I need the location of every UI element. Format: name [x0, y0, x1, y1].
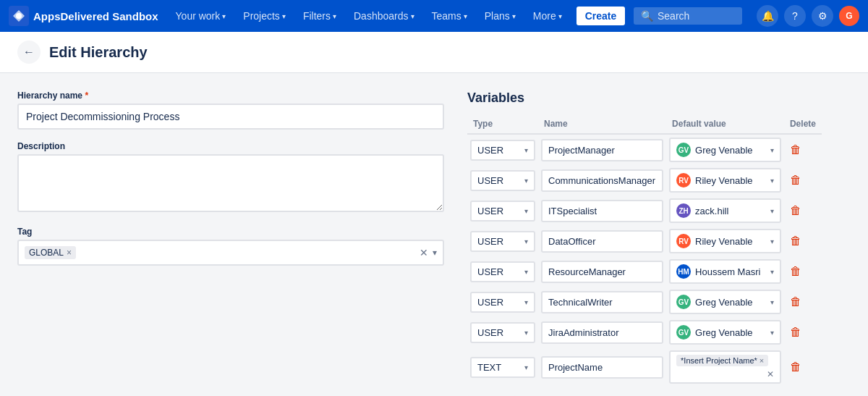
tag-clear-button[interactable]: ✕ [420, 247, 428, 258]
chevron-down-icon: ▾ [770, 298, 774, 306]
delete-button[interactable]: 🗑 [787, 323, 804, 342]
delete-cell: 🗑 [784, 347, 822, 387]
tag-field[interactable]: GLOBAL × ✕ ▾ [17, 240, 444, 266]
variables-table: Type Name Default value Delete USER ▾ GV… [467, 114, 822, 387]
search-bar[interactable]: 🔍 Search [634, 7, 742, 25]
delete-button[interactable]: 🗑 [787, 262, 804, 281]
trash-icon: 🗑 [790, 143, 801, 156]
help-button[interactable]: ? [784, 5, 806, 27]
name-input[interactable] [541, 261, 663, 283]
trash-icon: 🗑 [790, 265, 801, 278]
gear-icon: ⚙ [818, 10, 827, 22]
create-button[interactable]: Create [576, 7, 626, 25]
chevron-down-icon: ▾ [333, 12, 336, 20]
clear-icon[interactable]: ✕ [767, 369, 774, 379]
app-logo[interactable]: AppsDelivered Sandbox [9, 6, 158, 26]
default-value-cell: RV Riley Venable ▾ [666, 226, 784, 256]
default-value-label: Greg Venable [695, 145, 753, 156]
default-value-select[interactable]: GV Greg Venable ▾ [669, 138, 781, 162]
settings-button[interactable]: ⚙ [812, 5, 833, 27]
delete-cell: 🗑 [784, 165, 822, 195]
hierarchy-name-input[interactable] [17, 104, 444, 130]
page-title: Edit Hierarchy [49, 44, 148, 61]
default-value-select[interactable]: ZH zack.hill ▾ [669, 198, 781, 223]
delete-cell: 🗑 [784, 195, 822, 226]
chevron-down-icon: ▾ [770, 329, 774, 337]
back-button[interactable]: ← [17, 41, 41, 64]
name-cell [538, 317, 666, 347]
default-value-label: Greg Venable [695, 327, 753, 338]
type-select[interactable]: USER ▾ [470, 261, 535, 282]
nav-your-work[interactable]: Your work ▾ [170, 7, 232, 25]
type-select[interactable]: USER ▾ [470, 292, 535, 313]
type-select[interactable]: USER ▾ [470, 170, 535, 191]
nav-projects[interactable]: Projects ▾ [237, 7, 292, 25]
delete-button[interactable]: 🗑 [787, 232, 804, 250]
user-avatar-mini: HM [676, 264, 691, 279]
user-avatar-mini: GV [676, 143, 691, 157]
name-input[interactable] [541, 200, 663, 222]
col-name: Name [538, 114, 666, 134]
navbar: AppsDelivered Sandbox Your work ▾ Projec… [0, 0, 868, 32]
nav-more[interactable]: More ▾ [527, 7, 568, 25]
description-group: Description [17, 141, 444, 215]
table-row: USER ▾ ZH zack.hill ▾ 🗑 [467, 195, 822, 226]
notifications-button[interactable]: 🔔 [757, 5, 778, 27]
default-value-label: Riley Venable [695, 175, 753, 186]
col-delete: Delete [784, 114, 822, 134]
table-row: USER ▾ RV Riley Venable ▾ 🗑 [467, 226, 822, 256]
col-default-value: Default value [666, 114, 784, 134]
chevron-down-icon: ▾ [222, 12, 226, 20]
user-avatar[interactable]: G [839, 6, 859, 26]
default-value-select[interactable]: HM Houssem Masri ▾ [669, 259, 781, 284]
tag-chip-global: GLOBAL × [25, 246, 76, 259]
name-cell [538, 195, 666, 226]
type-select[interactable]: USER ▾ [470, 140, 535, 161]
delete-button[interactable]: 🗑 [787, 292, 804, 311]
default-value-select[interactable]: GV Greg Venable ▾ [669, 290, 781, 314]
type-select[interactable]: TEXT ▾ [470, 357, 535, 378]
type-select[interactable]: USER ▾ [470, 231, 535, 252]
trash-icon: 🗑 [790, 295, 801, 308]
name-input[interactable] [541, 321, 663, 344]
chevron-down-icon: ▾ [524, 207, 528, 215]
name-input[interactable] [541, 230, 663, 253]
description-input[interactable] [17, 154, 444, 212]
default-value-select[interactable]: RV Riley Venable ▾ [669, 168, 781, 193]
chevron-down-icon: ▾ [411, 12, 414, 20]
name-cell [538, 287, 666, 317]
tag-chip-close-icon[interactable]: × [67, 248, 72, 258]
text-value-chip: *Insert Project Name* × [676, 355, 768, 366]
default-value-cell: GV Greg Venable ▾ [666, 317, 784, 347]
delete-button[interactable]: 🗑 [787, 358, 804, 376]
delete-button[interactable]: 🗑 [787, 201, 804, 220]
tag-group: Tag GLOBAL × ✕ ▾ [17, 227, 444, 266]
trash-icon: 🗑 [790, 361, 801, 374]
name-input[interactable] [541, 356, 663, 379]
delete-button[interactable]: 🗑 [787, 171, 804, 190]
text-value-field[interactable]: *Insert Project Name* × ✕ [669, 350, 781, 384]
delete-button[interactable]: 🗑 [787, 140, 804, 159]
chip-close-icon[interactable]: × [760, 356, 764, 365]
required-indicator: * [85, 90, 88, 101]
name-input[interactable] [541, 139, 663, 161]
nav-filters[interactable]: Filters ▾ [297, 7, 342, 25]
nav-plans[interactable]: Plans ▾ [479, 7, 522, 25]
type-select[interactable]: USER ▾ [470, 201, 535, 222]
name-input[interactable] [541, 169, 663, 192]
nav-teams[interactable]: Teams ▾ [426, 7, 473, 25]
type-select[interactable]: USER ▾ [470, 322, 535, 343]
default-value-select[interactable]: RV Riley Venable ▾ [669, 229, 781, 253]
chevron-down-icon: ▾ [524, 298, 528, 306]
nav-dashboards[interactable]: Dashboards ▾ [348, 7, 420, 25]
default-value-select[interactable]: GV Greg Venable ▾ [669, 320, 781, 345]
type-label: USER [477, 327, 503, 338]
page-header: ← Edit Hierarchy [0, 32, 868, 73]
name-input[interactable] [541, 291, 663, 313]
type-cell: USER ▾ [467, 226, 538, 256]
user-avatar-mini: RV [676, 173, 691, 188]
tag-dropdown-icon[interactable]: ▾ [433, 248, 437, 258]
back-icon: ← [23, 46, 35, 59]
default-value-cell: GV Greg Venable ▾ [666, 287, 784, 317]
delete-cell: 🗑 [784, 226, 822, 256]
